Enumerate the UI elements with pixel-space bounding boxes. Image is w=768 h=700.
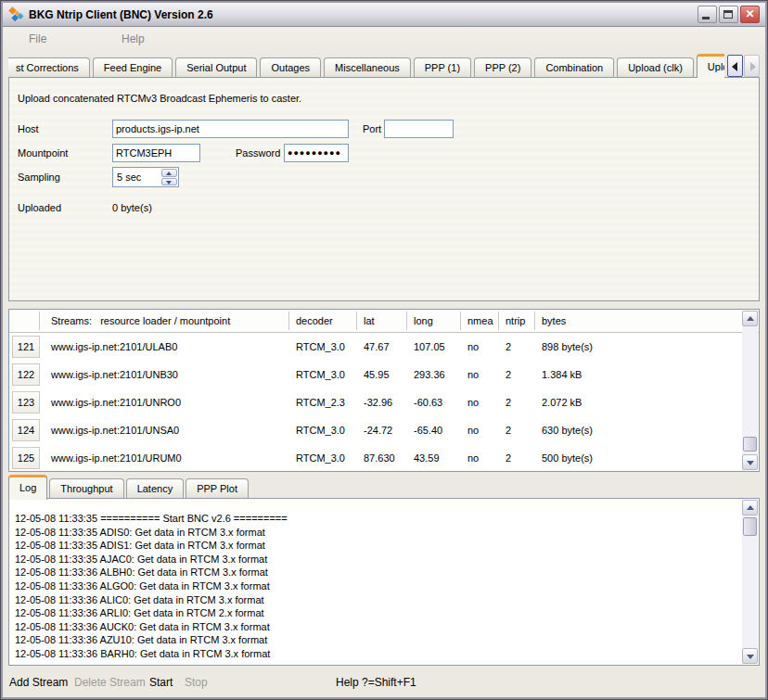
scroll-down-button[interactable]	[742, 454, 758, 470]
stop-button: Stop	[185, 669, 208, 695]
spinner-buttons	[161, 169, 177, 185]
up-triangle-icon	[747, 316, 754, 321]
streams-rows: 121www.igs-ip.net:2101/ULAB0RTCM_3.047.6…	[9, 333, 742, 471]
header-nmea[interactable]: nmea	[461, 312, 499, 330]
cell-lat: -24.72	[357, 416, 407, 444]
title-bar[interactable]: BKG Ntrip Client (BNC) Version 2.6 ✕	[3, 3, 765, 27]
log-line: 12-05-08 11:33:36 AZU10: Get data in RTC…	[15, 633, 738, 647]
header-ntrip[interactable]: ntrip	[499, 312, 535, 330]
host-input[interactable]	[112, 120, 349, 138]
scroll-up-button[interactable]	[742, 311, 758, 326]
cell-num[interactable]: 121	[12, 336, 40, 358]
log-tab-throughput[interactable]: Throughput	[49, 478, 123, 499]
table-row[interactable]: 123www.igs-ip.net:2101/UNRO0RTCM_2.3-32.…	[9, 388, 742, 416]
cell-nmea: no	[461, 361, 499, 388]
tab-feed-engine[interactable]: Feed Engine	[93, 57, 173, 78]
scroll-down-button[interactable]	[742, 648, 758, 664]
log-tab-bar: LogThroughputLatencyPPP Plot	[8, 476, 760, 499]
tab-st-corrections[interactable]: st Corrections	[8, 57, 90, 78]
cell-long: 293.36	[407, 361, 461, 388]
log-line: 12-05-08 11:33:35 ADIS1: Get data in RTC…	[15, 539, 738, 553]
log-output: 12-05-08 11:33:35 ========== Start BNC v…	[8, 498, 760, 666]
cell-nmea: no	[461, 388, 499, 416]
cell-bytes: 1.384 kB	[535, 361, 739, 388]
menu-file[interactable]: File	[29, 27, 46, 51]
sampling-spinner[interactable]: 5 sec	[112, 167, 179, 187]
streams-scrollbar[interactable]	[742, 311, 758, 470]
cell-long: -65.40	[407, 416, 461, 444]
right-triangle-icon	[750, 62, 756, 71]
cell-lat: 47.67	[357, 333, 407, 361]
spinner-down-button[interactable]	[161, 178, 177, 186]
log-line: 12-05-08 11:33:36 ARLI0: Get data in RTC…	[15, 606, 738, 620]
log-tab-log[interactable]: Log	[8, 475, 47, 500]
up-triangle-icon	[747, 505, 754, 510]
cell-num[interactable]: 123	[12, 391, 40, 414]
log-scrollbar[interactable]	[742, 500, 758, 664]
cell-ntrip: 2	[499, 361, 535, 388]
tab-scroll-left-button[interactable]	[727, 55, 743, 77]
header-streams[interactable]: Streams: resource loader / mountpoint	[45, 312, 289, 330]
tab-miscellaneous[interactable]: Miscellaneous	[324, 57, 411, 78]
scroll-thumb[interactable]	[743, 437, 757, 452]
log-line: 12-05-08 11:33:36 ALIC0: Get data in RTC…	[15, 593, 738, 607]
header-decoder[interactable]: decoder	[289, 312, 357, 330]
log-line: 12-05-08 11:33:36 ALGO0: Get data in RTC…	[15, 579, 738, 593]
cell-num[interactable]: 122	[12, 363, 40, 386]
minimize-icon	[702, 17, 710, 19]
app-icon	[8, 6, 24, 22]
header-lat[interactable]: lat	[357, 312, 407, 330]
tab-outages[interactable]: Outages	[260, 57, 321, 78]
scroll-thumb[interactable]	[743, 517, 757, 536]
left-triangle-icon	[732, 62, 737, 71]
cell-decoder: RTCM_3.0	[289, 416, 357, 444]
host-label: Host	[18, 123, 39, 134]
add-stream-button[interactable]: Add Stream	[9, 669, 68, 695]
down-triangle-icon	[747, 655, 754, 659]
cell-stream: www.igs-ip.net:2101/UNSA0	[45, 416, 289, 444]
tab-ppp-1[interactable]: PPP (1)	[414, 57, 471, 78]
log-line: 12-05-08 11:33:36 ALBH0: Get data in RTC…	[15, 566, 738, 579]
tab-upload-clk[interactable]: Upload (clk)	[617, 57, 694, 78]
close-icon: ✕	[741, 6, 759, 22]
menu-help[interactable]: Help	[122, 27, 145, 51]
header-long[interactable]: long	[407, 312, 461, 330]
mountpoint-input[interactable]	[112, 144, 200, 162]
table-row[interactable]: 122www.igs-ip.net:2101/UNB30RTCM_3.045.9…	[9, 361, 742, 388]
port-input[interactable]	[384, 120, 454, 138]
cell-num[interactable]: 124	[12, 419, 40, 441]
minimize-button[interactable]	[698, 6, 717, 23]
header-bytes[interactable]: bytes	[535, 312, 739, 330]
close-button[interactable]: ✕	[740, 6, 760, 23]
sampling-value: 5 sec	[117, 168, 141, 186]
mountpoint-label: Mountpoint	[18, 147, 68, 159]
tab-ppp-2[interactable]: PPP (2)	[474, 57, 531, 78]
cell-ntrip: 2	[499, 388, 535, 416]
cell-nmea: no	[461, 416, 499, 444]
bottom-bar: Add Stream Delete Stream Start Stop Help…	[3, 669, 765, 695]
cell-stream: www.igs-ip.net:2101/UNRO0	[45, 388, 289, 416]
tab-upload-eph[interactable]: Upload (eph)	[697, 54, 724, 78]
tab-combination[interactable]: Combination	[534, 57, 614, 78]
cell-long: 107.05	[407, 333, 461, 361]
cell-num[interactable]: 125	[12, 447, 40, 469]
password-input[interactable]	[284, 144, 349, 162]
tab-serial-output[interactable]: Serial Output	[175, 57, 257, 78]
cell-decoder: RTCM_3.0	[289, 444, 357, 472]
cell-bytes: 500 byte(s)	[535, 444, 739, 472]
maximize-button[interactable]	[719, 6, 738, 23]
cell-ntrip: 2	[499, 416, 535, 444]
cell-long: -60.63	[407, 388, 461, 416]
table-row[interactable]: 121www.igs-ip.net:2101/ULAB0RTCM_3.047.6…	[9, 333, 742, 361]
spinner-up-button[interactable]	[161, 169, 177, 177]
cell-ntrip: 2	[499, 444, 535, 472]
table-row[interactable]: 125www.igs-ip.net:2101/URUM0RTCM_3.087.6…	[9, 444, 742, 472]
uploaded-label: Uploaded	[18, 202, 61, 213]
tab-scroll-right-button	[744, 55, 760, 77]
scroll-up-button[interactable]	[742, 500, 758, 515]
log-tab-ppp-plot[interactable]: PPP Plot	[186, 478, 249, 499]
log-tab-latency[interactable]: Latency	[126, 478, 185, 499]
table-row[interactable]: 124www.igs-ip.net:2101/UNSA0RTCM_3.0-24.…	[9, 416, 742, 444]
maximize-icon	[723, 10, 733, 19]
start-button[interactable]: Start	[149, 669, 173, 695]
